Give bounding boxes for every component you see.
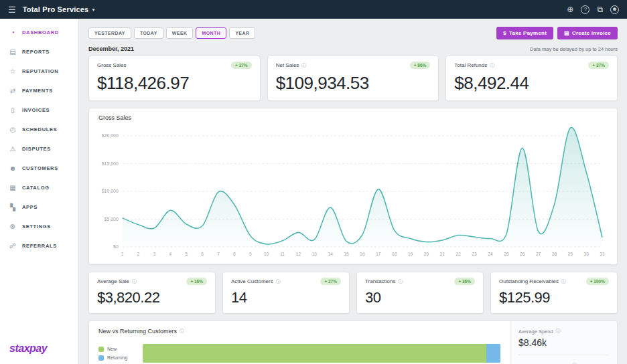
legend-item-new: New [98, 347, 136, 352]
tab-year[interactable]: YEAR [229, 27, 255, 39]
x-tick-label: 5 [185, 252, 188, 256]
apps-icon: ▚ [9, 203, 17, 211]
create-invoice-label: Create Invoice [572, 30, 611, 36]
stat-value: $125.99 [499, 289, 609, 306]
add-circle-icon[interactable]: ⊕ [567, 5, 573, 13]
clock-icon: ◴ [9, 126, 17, 133]
info-icon[interactable]: ⓘ [490, 62, 494, 69]
x-tick-label: 14 [328, 252, 334, 256]
sidebar-item-dashboard[interactable]: ◔ Dashboard [0, 23, 78, 42]
sidebar-item-reputation[interactable]: ☆ Reputation [0, 62, 78, 81]
top-bar: ☰ Total Pro Services ▾ ⊕ ? ⧉ ☻ [0, 0, 627, 19]
info-icon[interactable]: ⓘ [132, 278, 137, 285]
hamburger-menu-icon[interactable]: ☰ [8, 5, 16, 15]
stat-label: Outstanding Receivables [499, 278, 559, 284]
legend: New Returning [98, 347, 136, 361]
merchant-name[interactable]: Total Pro Services [23, 5, 89, 13]
info-icon[interactable]: ⓘ [399, 278, 403, 285]
sidebar-item-apps[interactable]: ▚ Apps [0, 197, 78, 217]
x-tick-label: 2 [137, 252, 140, 256]
x-tick-label: 28 [552, 252, 557, 256]
stat-value: 30 [365, 289, 475, 306]
x-tick-label: 18 [392, 252, 397, 256]
sidebar-item-label: Catalog [22, 185, 50, 191]
sidebar-item-schedules[interactable]: ◴ Schedules [0, 120, 78, 139]
sidebar-item-label: Referrals [22, 243, 57, 249]
card-arrows-icon: ⇄ [9, 87, 17, 94]
y-tick-label: $20,000 [102, 133, 119, 138]
new-vs-returning-card: New vs Returning Customers ⓘ New Returni… [88, 321, 618, 364]
x-tick-label: 30 [584, 252, 589, 256]
chart-title: Gross Sales [94, 114, 609, 121]
trend-badge: + 16% [186, 278, 207, 285]
sidebar-item-reports[interactable]: ▤ Reports [0, 42, 78, 62]
info-icon[interactable]: ⓘ [301, 62, 306, 69]
sidebar-item-label: Apps [22, 204, 38, 210]
x-tick-label: 10 [264, 252, 269, 256]
average-sale-card: Average Sale ⓘ + 16% $3,820.22 [88, 272, 216, 314]
sidebar-item-catalog[interactable]: ▦ Catalog [0, 178, 78, 197]
tab-month[interactable]: MONTH [196, 27, 226, 39]
bottom-stats-row: Average Sale ⓘ + 16% $3,820.22 Active Cu… [88, 272, 618, 314]
dollar-icon: $ [503, 30, 506, 36]
x-tick-label: 9 [249, 252, 252, 256]
chevron-down-icon[interactable]: ▾ [92, 7, 94, 13]
info-icon[interactable]: ⓘ [180, 328, 184, 335]
net-sales-card: Net Sales ⓘ + 86% $109,934.53 [267, 56, 439, 101]
x-tick-label: 8 [233, 252, 236, 256]
data-delay-note: Data may be delayed by up to 24 hours [530, 46, 618, 52]
info-icon[interactable]: ⓘ [276, 278, 281, 285]
sidebar-item-settings[interactable]: ⚙ Settings [0, 217, 78, 236]
help-icon[interactable]: ? [581, 5, 589, 14]
x-tick-label: 27 [536, 252, 541, 256]
take-payment-button[interactable]: $ Take Payment [496, 27, 553, 39]
star-icon: ☆ [9, 68, 17, 75]
report-icon: ▤ [9, 48, 17, 56]
x-tick-label: 19 [408, 252, 413, 256]
catalog-grid-icon: ▦ [9, 184, 17, 191]
y-tick-label: $5,000 [104, 217, 119, 221]
tab-week[interactable]: WEEK [166, 27, 194, 39]
x-tick-label: 12 [296, 252, 301, 256]
sidebar-item-label: Dashboard [22, 29, 59, 35]
stat-value: 14 [231, 289, 341, 306]
info-icon[interactable]: ⓘ [556, 328, 561, 335]
stat-label: Net Sales [276, 62, 299, 68]
sidebar-item-invoices[interactable]: ▯ Invoices [0, 100, 78, 120]
create-invoice-button[interactable]: ▤ Create Invoice [557, 27, 618, 39]
profile-icon[interactable]: ☻ [610, 5, 619, 14]
gross-sales-chart-card: Gross Sales $0$5,000$10,000$15,000$20,00… [88, 108, 618, 265]
stat-label: Active Customers [231, 278, 273, 284]
sidebar-item-customers[interactable]: ☻ Customers [0, 159, 78, 178]
x-tick-label: 15 [344, 252, 349, 256]
sidebar: ◔ Dashboard ▤ Reports ☆ Reputation ⇄ Pay… [0, 19, 79, 364]
x-tick-label: 29 [568, 252, 573, 256]
sidebar-item-label: Payments [22, 88, 53, 94]
x-tick-label: 31 [600, 252, 605, 256]
stat-value: $118,426.97 [97, 73, 252, 94]
info-icon[interactable]: ⓘ [561, 278, 566, 285]
sidebar-item-referrals[interactable]: ☍ Referrals [0, 236, 78, 256]
bar-returning[interactable] [486, 344, 500, 363]
sidebar-item-payments[interactable]: ⇄ Payments [0, 81, 78, 100]
bar-new[interactable] [143, 344, 486, 363]
top-stats-row: Gross Sales + 27% $118,426.97 Net Sales … [88, 56, 618, 101]
legend-swatch-returning [98, 355, 104, 361]
stat-value: $8,492.44 [454, 73, 609, 94]
average-spend-label: Average Spend [518, 329, 553, 335]
sidebar-item-label: Customers [22, 165, 58, 171]
tab-yesterday[interactable]: YESTERDAY [88, 27, 131, 39]
legend-item-returning: Returning [98, 355, 136, 361]
sidebar-item-label: Reputation [22, 68, 58, 74]
sidebar-item-label: Schedules [22, 126, 57, 132]
sidebar-item-disputes[interactable]: ⚠ Disputes [0, 139, 78, 159]
average-spend-value: $8.46k [518, 337, 609, 348]
x-tick-label: 1 [121, 252, 124, 256]
shield-icon: ⚠ [9, 145, 17, 153]
total-refunds-card: Total Refunds ⓘ + 37% $8,492.44 [445, 56, 618, 101]
main-content: YESTERDAY TODAY WEEK MONTH YEAR $ Take P… [79, 19, 627, 364]
x-tick-label: 26 [520, 252, 525, 256]
tab-today[interactable]: TODAY [134, 27, 163, 39]
gross-sales-chart: $0$5,000$10,000$15,000$20,00012345678910… [94, 122, 609, 262]
chat-icon[interactable]: ⧉ [597, 5, 603, 13]
